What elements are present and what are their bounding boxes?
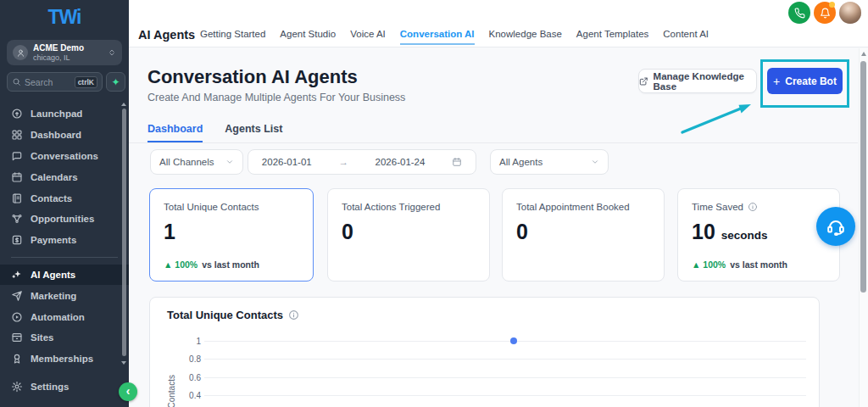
stat-card-total-unique-contacts[interactable]: Total Unique Contacts 1 ▲ 100% vs last m… (149, 188, 314, 282)
sidebar-item-label: Automation (31, 312, 85, 322)
info-icon[interactable] (288, 309, 299, 321)
stat-value: 0 (342, 220, 476, 244)
sidebar-scroll-down-arrow[interactable] (121, 361, 126, 365)
tab-getting-started[interactable]: Getting Started (200, 29, 265, 45)
date-range-picker[interactable]: 2026-01-01 → 2026-01-24 (248, 149, 476, 175)
user-avatar[interactable] (839, 2, 861, 24)
sidebar-item-calendars[interactable]: Calendars (0, 166, 129, 187)
tab-agents-list[interactable]: Agents List (225, 123, 282, 142)
notifications-button[interactable] (814, 2, 836, 24)
ai-agents-icon (11, 269, 23, 281)
module-title: AI Agents (138, 28, 195, 42)
chart-title: Total Unique Contacts (167, 309, 299, 321)
stat-value: 0 (516, 220, 650, 244)
create-bot-button[interactable]: + Create Bot (767, 68, 843, 94)
sidebar-item-ai-agents[interactable]: AI Agents (0, 265, 129, 286)
notification-dot (829, 2, 835, 8)
marketing-icon (11, 290, 23, 302)
tab-agent-templates[interactable]: Agent Templates (576, 29, 648, 45)
automation-icon (11, 311, 23, 323)
chart-card-total-unique-contacts: Total Unique Contacts Unique Contacts 1 … (149, 297, 820, 407)
sidebar-item-label: Calendars (31, 172, 78, 182)
sidebar-item-label: Contacts (31, 193, 72, 204)
sidebar-item-opportunities[interactable]: Opportunities (0, 209, 129, 230)
account-switcher[interactable]: ACME Demo chicago, IL (7, 40, 122, 65)
search-input[interactable]: Search ctrlK (7, 72, 103, 92)
sidebar-item-conversations[interactable]: Conversations (0, 146, 129, 167)
sidebar-item-label: Dashboard (31, 130, 81, 140)
stat-trend: ▲ 100% vs last month (692, 259, 787, 270)
account-location: chicago, IL (33, 53, 108, 62)
stat-card-time-saved[interactable]: Time Saved 10 seconds ▲ 100% vs last mon… (677, 188, 840, 282)
sparkle-icon: ✦ (111, 76, 120, 88)
sidebar-item-label: Marketing (31, 291, 76, 301)
trend-up-indicator: ▲ 100% (164, 259, 198, 270)
tab-agent-studio[interactable]: Agent Studio (280, 29, 336, 45)
main-scrollbar-track[interactable] (859, 48, 868, 407)
sidebar-item-label: Conversations (31, 151, 98, 161)
manage-knowledge-base-button[interactable]: Manage Knowledge Base (638, 69, 757, 93)
help-support-button[interactable] (816, 207, 855, 246)
stat-card-total-appointment-booked[interactable]: Total Appointment Booked 0 (502, 188, 665, 282)
sidebar-scrollbar[interactable] (122, 109, 126, 356)
sidebar-item-memberships[interactable]: Memberships (0, 348, 129, 370)
stat-card-total-actions-triggered[interactable]: Total Actions Triggered 0 (327, 188, 490, 282)
tab-dashboard[interactable]: Dashboard (147, 123, 203, 142)
bell-icon (820, 8, 831, 19)
sidebar-spacer (0, 370, 129, 376)
sidebar: TWi ACME Demo chicago, IL Search ctrlK ✦… (0, 0, 129, 407)
chevron-down-icon (591, 158, 599, 166)
tab-knowledge-base[interactable]: Knowledge Base (489, 29, 562, 45)
scroll-up-arrow[interactable] (861, 52, 866, 56)
sidebar-item-dashboard[interactable]: Dashboard (0, 125, 129, 146)
main-scrollbar-thumb[interactable] (860, 61, 866, 293)
ai-sparkle-button[interactable]: ✦ (106, 72, 125, 92)
external-link-icon (639, 76, 648, 86)
calendars-icon (11, 171, 23, 183)
sidebar-item-sites[interactable]: Sites (0, 327, 129, 348)
stat-value: 1 (164, 220, 299, 244)
page-subtitle: Create And Manage Multiple Agents For Yo… (147, 92, 405, 103)
sidebar-item-label: Settings (31, 382, 69, 392)
stat-value-row: 10 seconds (692, 220, 826, 244)
y-tick: 0.6 (167, 373, 201, 382)
date-end-value: 2026-01-24 (376, 157, 426, 167)
create-bot-label: Create Bot (785, 75, 837, 87)
sidebar-item-label: Payments (31, 235, 76, 245)
sidebar-item-label: AI Agents (31, 270, 75, 280)
arrow-right-icon: → (338, 157, 348, 167)
trend-note: vs last month (730, 259, 787, 270)
page-tabs: Dashboard Agents List (147, 123, 282, 142)
tab-voice-ai[interactable]: Voice AI (350, 29, 386, 45)
y-tick: 1 (167, 337, 201, 346)
info-icon[interactable] (748, 202, 758, 212)
sidebar-item-settings[interactable]: Settings (0, 376, 129, 398)
sidebar-item-marketing[interactable]: Marketing (0, 285, 129, 306)
triangle-up-icon: ▲ (164, 259, 172, 270)
channels-filter-dropdown[interactable]: All Channels (150, 149, 243, 175)
sidebar-item-automation[interactable]: Automation (0, 306, 129, 327)
channels-filter-value: All Channels (159, 157, 214, 167)
chart-data-point[interactable] (510, 337, 517, 344)
sidebar-scroll-up-arrow[interactable] (121, 103, 126, 106)
chevron-down-icon (225, 158, 234, 166)
sidebar-item-contacts[interactable]: Contacts (0, 187, 129, 209)
agents-filter-value: All Agents (499, 157, 542, 167)
headset-icon (826, 216, 846, 237)
sidebar-nav: Launchpad Dashboard Conversations Calend… (0, 103, 129, 397)
brand-logo[interactable]: TWi (0, 6, 129, 29)
plus-icon: + (773, 75, 780, 87)
sidebar-collapse-button[interactable]: ‹ (119, 382, 137, 401)
payments-icon (11, 234, 23, 246)
sidebar-item-launchpad[interactable]: Launchpad (0, 103, 129, 125)
sidebar-divider (11, 257, 118, 258)
top-nav-tabs: Getting Started Agent Studio Voice AI Co… (200, 29, 709, 45)
contacts-icon (11, 192, 23, 204)
sidebar-item-payments[interactable]: Payments (0, 230, 129, 251)
chart-title-text: Total Unique Contacts (167, 309, 283, 321)
tab-conversation-ai[interactable]: Conversation AI (400, 29, 475, 45)
phone-button[interactable] (788, 2, 810, 24)
agents-filter-dropdown[interactable]: All Agents (490, 149, 609, 175)
tab-content-ai[interactable]: Content AI (663, 29, 709, 45)
sidebar-item-label: Sites (31, 332, 54, 343)
